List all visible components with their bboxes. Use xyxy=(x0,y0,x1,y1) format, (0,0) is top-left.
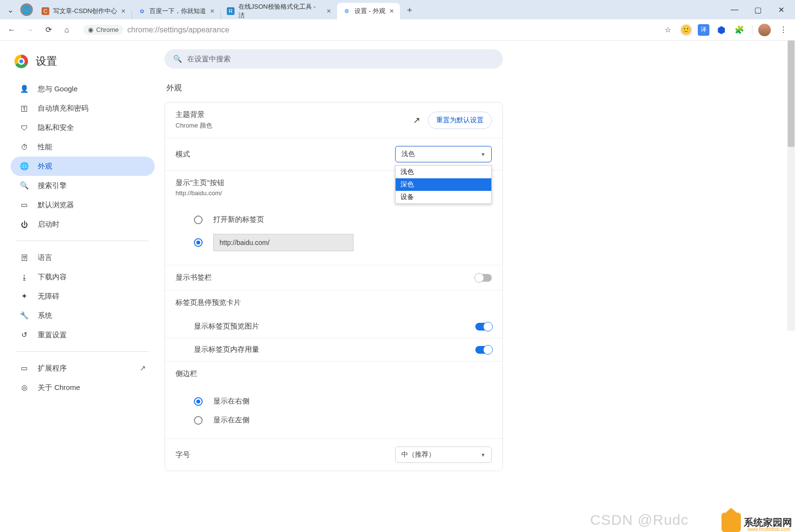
menu-dots-icon[interactable]: ⋮ xyxy=(777,23,790,37)
sidebar-item-privacy[interactable]: 🛡隐私和安全 xyxy=(11,118,155,137)
radio-newtab[interactable] xyxy=(194,216,203,224)
radio-custom-url[interactable] xyxy=(194,238,203,247)
favicon-icon: C xyxy=(42,7,49,15)
extension-icon[interactable]: 🙂 xyxy=(680,24,692,36)
translate-extension-icon[interactable]: 译 xyxy=(698,24,709,36)
sidebar-item-label: 性能 xyxy=(38,143,52,152)
sidebar-item-label: 无障碍 xyxy=(38,292,59,301)
settings-sidebar: 设置 👤您与 Google ⚿自动填充和密码 🛡隐私和安全 ⏱性能 🌐外观 🔍搜… xyxy=(0,41,164,532)
chevron-down-icon: ▼ xyxy=(481,452,486,458)
language-icon: 🈂 xyxy=(19,254,29,262)
settings-search-input[interactable]: 🔍 在设置中搜索 xyxy=(164,49,503,69)
sidebar-item-accessibility[interactable]: ✦无障碍 xyxy=(11,287,155,306)
hover-image-row: 显示标签页预览图片 xyxy=(165,315,502,338)
scrollbar-thumb[interactable] xyxy=(788,41,795,147)
sidepanel-options: 显示在右侧 显示在左侧 xyxy=(165,386,502,439)
tab-csdn[interactable]: C 写文章-CSDN创作中心 ✕ xyxy=(36,3,132,19)
tab-title: 百度一下，你就知道 xyxy=(149,7,206,15)
power-icon: ⏻ xyxy=(19,220,29,229)
fontsize-value: 中（推荐） xyxy=(401,450,435,459)
search-placeholder: 在设置中搜索 xyxy=(187,55,231,64)
window-icon: ▭ xyxy=(19,201,29,209)
key-icon: ⚿ xyxy=(19,104,29,113)
radio-sidepanel-right[interactable] xyxy=(194,397,203,406)
page-scrollbar[interactable] xyxy=(787,41,795,331)
radio-sidepanel-left-label: 显示在左侧 xyxy=(213,416,250,425)
sidebar-item-search[interactable]: 🔍搜索引擎 xyxy=(11,176,155,195)
sidebar-item-performance[interactable]: ⏱性能 xyxy=(11,137,155,157)
back-icon[interactable]: ← xyxy=(5,23,18,37)
open-external-icon[interactable]: ↗ xyxy=(413,115,420,126)
separator xyxy=(752,25,752,35)
radio-newtab-label: 打开新的标签页 xyxy=(213,215,264,224)
sidebar-item-autofill[interactable]: ⚿自动填充和密码 xyxy=(11,99,155,118)
home-icon[interactable]: ⌂ xyxy=(60,23,74,37)
chrome-logo-icon xyxy=(15,55,28,68)
tab-baidu[interactable]: ✿ 百度一下，你就知道 ✕ xyxy=(132,3,221,19)
mode-option-light[interactable]: 浅色 xyxy=(396,166,491,178)
gear-icon: ⚙ xyxy=(343,7,351,15)
sidebar-item-languages[interactable]: 🈂语言 xyxy=(11,248,155,267)
sidebar-item-reset[interactable]: ↺重置设置 xyxy=(11,325,155,345)
reset-icon: ↺ xyxy=(19,331,29,339)
bookmarks-bar-label: 显示书签栏 xyxy=(176,273,212,282)
mode-option-device[interactable]: 设备 xyxy=(396,191,491,203)
radio-sidepanel-left[interactable] xyxy=(194,416,203,425)
site-chip[interactable]: ◉ Chrome xyxy=(83,25,123,35)
person-icon: 👤 xyxy=(19,85,29,93)
new-tab-button[interactable]: ＋ xyxy=(403,3,416,16)
sidebar-item-label: 搜索引擎 xyxy=(38,181,67,190)
tab-json[interactable]: R 在线JSON校验格式化工具 - 洁 ✕ xyxy=(221,3,337,19)
fontsize-label: 字号 xyxy=(176,450,190,460)
section-title: 外观 xyxy=(166,83,795,93)
hover-memory-toggle[interactable] xyxy=(475,346,492,354)
tab-search-toggle[interactable]: ⌄ xyxy=(3,2,17,17)
browser-logo-icon[interactable]: 🌐 xyxy=(20,3,33,16)
minimize-button[interactable]: ― xyxy=(723,2,746,17)
brand-watermark-url: www.hnzkhbsb.com xyxy=(748,527,790,532)
close-icon[interactable]: ✕ xyxy=(210,8,215,14)
page-title: 设置 xyxy=(36,54,57,69)
mode-option-dark[interactable]: 深色 xyxy=(396,178,491,191)
theme-row[interactable]: 主题背景 Chrome 颜色 ↗ 重置为默认设置 xyxy=(165,102,502,138)
sidebar-item-default-browser[interactable]: ▭默认浏览器 xyxy=(11,195,155,215)
sidebar-item-label: 下载内容 xyxy=(38,273,67,282)
shield-extension-icon[interactable]: ⬢ xyxy=(715,24,727,36)
mode-dropdown[interactable]: 浅色 ▼ xyxy=(395,146,492,162)
sidebar-item-system[interactable]: 🔧系统 xyxy=(11,306,155,325)
sidebar-item-extensions[interactable]: ▭扩展程序↗ xyxy=(11,359,155,378)
profile-avatar[interactable] xyxy=(758,24,771,36)
fontsize-row: 字号 中（推荐） ▼ xyxy=(165,439,502,471)
close-icon[interactable]: ✕ xyxy=(389,8,394,14)
wrench-icon: 🔧 xyxy=(19,311,29,320)
close-icon[interactable]: ✕ xyxy=(326,8,331,14)
bookmarks-bar-toggle[interactable] xyxy=(475,274,492,282)
omnibox[interactable]: ◉ Chrome chrome://settings/appearance xyxy=(78,22,656,38)
maximize-button[interactable]: ▢ xyxy=(747,2,769,17)
extensions-puzzle-icon[interactable]: 🧩 xyxy=(733,23,746,37)
mode-row: 模式 浅色 ▼ 浅色 深色 设备 xyxy=(165,138,502,171)
sidebar-item-label: 隐私和安全 xyxy=(38,123,74,132)
sidebar-item-label: 您与 Google xyxy=(38,85,78,94)
sidebar-item-appearance[interactable]: 🌐外观 xyxy=(11,157,155,176)
sidebar-item-downloads[interactable]: ⭳下载内容 xyxy=(11,267,155,287)
homepage-url-input[interactable] xyxy=(213,234,353,251)
reset-theme-button[interactable]: 重置为默认设置 xyxy=(428,112,492,129)
hover-image-toggle[interactable] xyxy=(475,323,492,331)
hover-cards-label: 标签页悬停预览卡片 xyxy=(176,298,241,307)
sidebar-item-you-and-google[interactable]: 👤您与 Google xyxy=(11,79,155,99)
close-icon[interactable]: ✕ xyxy=(121,8,126,14)
favicon-icon: R xyxy=(227,7,235,15)
close-window-button[interactable]: ✕ xyxy=(770,2,792,17)
tab-title: 写文章-CSDN创作中心 xyxy=(53,7,117,15)
sidebar-item-on-startup[interactable]: ⏻启动时 xyxy=(11,215,155,234)
bookmark-star-icon[interactable]: ☆ xyxy=(661,23,675,37)
house-icon xyxy=(721,513,741,532)
open-external-icon: ↗ xyxy=(140,364,146,373)
tab-settings[interactable]: ⚙ 设置 - 外观 ✕ xyxy=(337,3,400,19)
sidebar-item-label: 启动时 xyxy=(38,220,59,229)
sidebar-item-about[interactable]: ◎关于 Chrome xyxy=(11,378,155,397)
fontsize-dropdown[interactable]: 中（推荐） ▼ xyxy=(395,446,492,463)
theme-sublabel: Chrome 颜色 xyxy=(176,121,212,130)
reload-icon[interactable]: ⟳ xyxy=(42,23,55,37)
